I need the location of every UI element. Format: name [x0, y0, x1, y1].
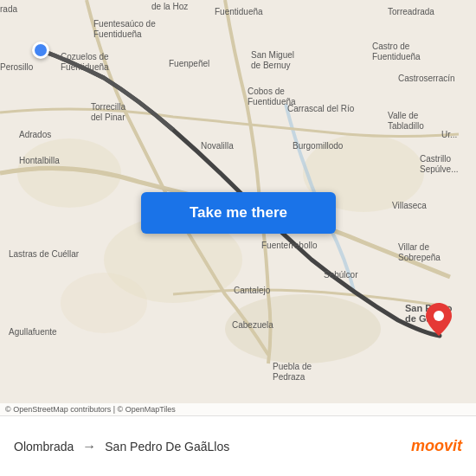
take-me-there-button[interactable]: Take me there — [141, 192, 336, 234]
origin-marker — [32, 42, 49, 59]
svg-point-6 — [434, 311, 444, 321]
destination-marker — [426, 303, 452, 336]
arrow-icon: → — [82, 439, 96, 454]
destination-label: San Pedro De GaãLlos — [105, 440, 229, 453]
moovit-text: moovit — [411, 437, 462, 455]
bottom-bar: Olombrada → San Pedro De GaãLlos moovit — [0, 415, 476, 476]
moovit-logo: moovit — [411, 437, 462, 455]
map-container: de la Hoz Fuentidueña Torreadrada Fuente… — [0, 0, 476, 415]
svg-point-4 — [225, 294, 381, 363]
copyright-text: © OpenStreetMap contributors | © OpenMap… — [5, 405, 176, 414]
copyright-bar: © OpenStreetMap contributors | © OpenMap… — [0, 403, 476, 415]
svg-point-5 — [61, 273, 147, 333]
origin-label: Olombrada — [14, 440, 74, 453]
